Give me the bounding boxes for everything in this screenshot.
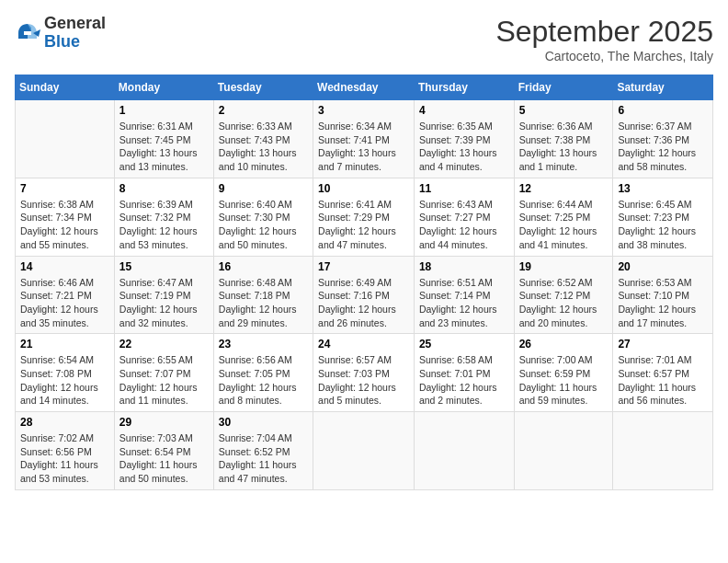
calendar-cell: 1Sunrise: 6:31 AM Sunset: 7:45 PM Daylig… [114,100,213,178]
header-cell-friday: Friday [514,75,613,100]
day-info: Sunrise: 6:53 AM Sunset: 7:10 PM Dayligh… [618,276,708,330]
calendar-cell: 4Sunrise: 6:35 AM Sunset: 7:39 PM Daylig… [414,100,514,178]
calendar-cell [16,100,115,178]
calendar-cell [514,412,613,490]
day-number: 1 [119,104,209,117]
month-title: September 2025 [495,15,713,49]
day-info: Sunrise: 6:39 AM Sunset: 7:32 PM Dayligh… [119,198,209,252]
day-info: Sunrise: 6:34 AM Sunset: 7:41 PM Dayligh… [318,120,409,174]
day-number: 15 [119,260,209,273]
calendar-cell: 14Sunrise: 6:46 AM Sunset: 7:21 PM Dayli… [16,256,115,334]
calendar-cell: 22Sunrise: 6:55 AM Sunset: 7:07 PM Dayli… [114,334,213,412]
week-row-3: 14Sunrise: 6:46 AM Sunset: 7:21 PM Dayli… [16,256,713,334]
day-info: Sunrise: 6:36 AM Sunset: 7:38 PM Dayligh… [519,120,609,174]
day-number: 30 [219,416,308,429]
day-number: 21 [20,338,109,350]
day-number: 13 [618,182,708,195]
week-row-1: 1Sunrise: 6:31 AM Sunset: 7:45 PM Daylig… [16,100,713,178]
day-number: 11 [419,182,509,195]
calendar-cell: 2Sunrise: 6:33 AM Sunset: 7:43 PM Daylig… [213,100,313,178]
day-number: 9 [219,182,308,195]
day-info: Sunrise: 7:02 AM Sunset: 6:56 PM Dayligh… [20,431,109,486]
calendar-cell [313,412,415,490]
day-info: Sunrise: 6:33 AM Sunset: 7:43 PM Dayligh… [219,120,308,174]
calendar-cell: 17Sunrise: 6:49 AM Sunset: 7:16 PM Dayli… [313,256,415,334]
day-number: 4 [419,104,509,117]
day-info: Sunrise: 7:03 AM Sunset: 6:54 PM Dayligh… [119,431,209,486]
calendar-cell: 6Sunrise: 6:37 AM Sunset: 7:36 PM Daylig… [613,100,713,178]
day-number: 18 [419,260,509,273]
day-info: Sunrise: 7:01 AM Sunset: 6:57 PM Dayligh… [618,353,708,408]
title-block: September 2025 Cartoceto, The Marches, I… [495,15,713,63]
calendar-cell: 20Sunrise: 6:53 AM Sunset: 7:10 PM Dayli… [613,256,713,334]
calendar-cell: 21Sunrise: 6:54 AM Sunset: 7:08 PM Dayli… [16,334,115,412]
calendar-cell: 8Sunrise: 6:39 AM Sunset: 7:32 PM Daylig… [114,178,213,256]
day-number: 28 [20,416,109,429]
day-info: Sunrise: 6:46 AM Sunset: 7:21 PM Dayligh… [20,276,109,330]
day-info: Sunrise: 6:40 AM Sunset: 7:30 PM Dayligh… [219,198,308,252]
day-number: 25 [419,338,509,350]
day-number: 26 [519,338,609,350]
day-info: Sunrise: 6:58 AM Sunset: 7:01 PM Dayligh… [419,353,509,408]
day-number: 22 [119,338,209,350]
calendar-cell: 9Sunrise: 6:40 AM Sunset: 7:30 PM Daylig… [213,178,313,256]
calendar-cell: 15Sunrise: 6:47 AM Sunset: 7:19 PM Dayli… [114,256,213,334]
calendar-cell [613,412,713,490]
calendar-table: SundayMondayTuesdayWednesdayThursdayFrid… [15,75,713,490]
calendar-cell: 13Sunrise: 6:45 AM Sunset: 7:23 PM Dayli… [613,178,713,256]
day-number: 14 [20,260,109,273]
day-number: 24 [318,338,409,350]
day-number: 20 [618,260,708,273]
logo: General Blue [15,15,106,52]
calendar-cell: 27Sunrise: 7:01 AM Sunset: 6:57 PM Dayli… [613,334,713,412]
header-cell-sunday: Sunday [16,75,115,100]
calendar-cell: 28Sunrise: 7:02 AM Sunset: 6:56 PM Dayli… [16,412,115,490]
calendar-cell: 18Sunrise: 6:51 AM Sunset: 7:14 PM Dayli… [414,256,514,334]
day-info: Sunrise: 6:41 AM Sunset: 7:29 PM Dayligh… [318,198,409,252]
header-cell-wednesday: Wednesday [313,75,415,100]
day-info: Sunrise: 7:04 AM Sunset: 6:52 PM Dayligh… [219,431,308,486]
header-cell-saturday: Saturday [613,75,713,100]
day-info: Sunrise: 6:57 AM Sunset: 7:03 PM Dayligh… [318,353,409,408]
page-header: General Blue September 2025 Cartoceto, T… [15,15,713,63]
calendar-cell: 10Sunrise: 6:41 AM Sunset: 7:29 PM Dayli… [313,178,415,256]
day-number: 19 [519,260,609,273]
header-row: SundayMondayTuesdayWednesdayThursdayFrid… [16,75,713,100]
day-number: 27 [618,338,708,350]
calendar-cell: 19Sunrise: 6:52 AM Sunset: 7:12 PM Dayli… [514,256,613,334]
day-info: Sunrise: 6:45 AM Sunset: 7:23 PM Dayligh… [618,198,708,252]
calendar-cell: 30Sunrise: 7:04 AM Sunset: 6:52 PM Dayli… [213,412,313,490]
logo-icon [15,20,40,46]
day-info: Sunrise: 7:00 AM Sunset: 6:59 PM Dayligh… [519,353,609,408]
day-number: 29 [119,416,209,429]
day-info: Sunrise: 6:54 AM Sunset: 7:08 PM Dayligh… [20,353,109,408]
day-info: Sunrise: 6:52 AM Sunset: 7:12 PM Dayligh… [519,276,609,330]
calendar-cell: 11Sunrise: 6:43 AM Sunset: 7:27 PM Dayli… [414,178,514,256]
logo-text: General Blue [44,15,106,52]
calendar-cell: 26Sunrise: 7:00 AM Sunset: 6:59 PM Dayli… [514,334,613,412]
day-info: Sunrise: 6:47 AM Sunset: 7:19 PM Dayligh… [119,276,209,330]
day-info: Sunrise: 6:56 AM Sunset: 7:05 PM Dayligh… [219,353,308,408]
day-info: Sunrise: 6:51 AM Sunset: 7:14 PM Dayligh… [419,276,509,330]
calendar-cell: 23Sunrise: 6:56 AM Sunset: 7:05 PM Dayli… [213,334,313,412]
day-info: Sunrise: 6:31 AM Sunset: 7:45 PM Dayligh… [119,120,209,174]
day-number: 6 [618,104,708,117]
day-number: 5 [519,104,609,117]
day-info: Sunrise: 6:35 AM Sunset: 7:39 PM Dayligh… [419,120,509,174]
day-number: 8 [119,182,209,195]
day-number: 3 [318,104,409,117]
week-row-2: 7Sunrise: 6:38 AM Sunset: 7:34 PM Daylig… [16,178,713,256]
day-number: 2 [219,104,308,117]
day-info: Sunrise: 6:55 AM Sunset: 7:07 PM Dayligh… [119,353,209,408]
calendar-cell: 7Sunrise: 6:38 AM Sunset: 7:34 PM Daylig… [16,178,115,256]
day-number: 17 [318,260,409,273]
day-number: 10 [318,182,409,195]
day-info: Sunrise: 6:49 AM Sunset: 7:16 PM Dayligh… [318,276,409,330]
day-number: 16 [219,260,308,273]
location: Cartoceto, The Marches, Italy [495,49,713,63]
header-cell-monday: Monday [114,75,213,100]
day-info: Sunrise: 6:37 AM Sunset: 7:36 PM Dayligh… [618,120,708,174]
header-cell-thursday: Thursday [414,75,514,100]
calendar-cell: 24Sunrise: 6:57 AM Sunset: 7:03 PM Dayli… [313,334,415,412]
calendar-cell [414,412,514,490]
